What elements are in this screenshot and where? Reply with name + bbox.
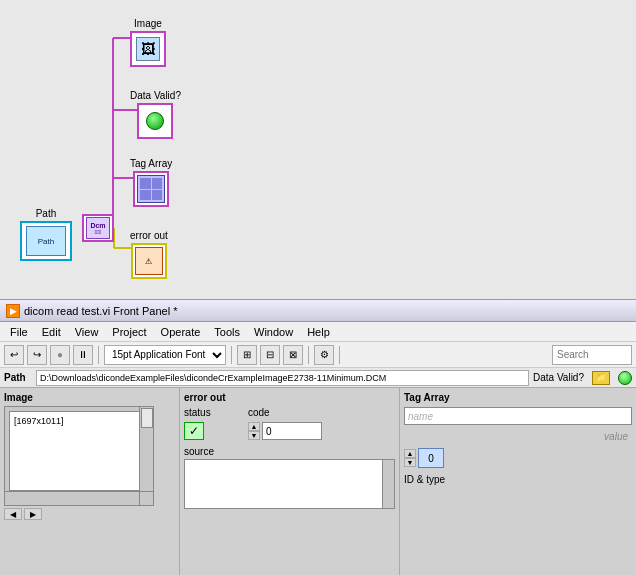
diagram-area: Image 🖼 Data Valid? Tag Array Path Path …	[0, 0, 636, 300]
toolbar-sep1	[98, 346, 99, 364]
node-datavalid-box[interactable]	[137, 103, 173, 139]
name-placeholder: name	[408, 411, 433, 422]
toolbar-extra-btn[interactable]: ⚙	[314, 345, 334, 365]
data-valid-led	[618, 371, 632, 385]
node-dcm: Dcm ≡≡	[82, 214, 114, 242]
toolbar-back-btn[interactable]: ↩	[4, 345, 24, 365]
path-label: Path	[4, 372, 32, 383]
search-input[interactable]	[552, 345, 632, 365]
value-up-btn[interactable]: ▲	[404, 449, 416, 458]
node-path-label: Path	[36, 208, 57, 219]
image-icon: 🖼	[136, 37, 160, 61]
image-section: Image [1697x1011] ◀ ▶	[0, 388, 180, 575]
scroll-left-btn[interactable]: ◀	[4, 508, 22, 520]
image-panel-title: Image	[4, 392, 175, 403]
code-value[interactable]: 0	[262, 422, 322, 440]
menu-file[interactable]: File	[4, 325, 34, 339]
node-path-box[interactable]: Path	[20, 221, 72, 261]
toolbar-sep4	[339, 346, 340, 364]
menu-window[interactable]: Window	[248, 325, 299, 339]
code-row: ▲ ▼ 0	[248, 422, 395, 440]
titlebar: ▶ dicom read test.vi Front Panel *	[0, 300, 636, 322]
node-image: Image 🖼	[130, 18, 166, 67]
code-arrows: ▲ ▼	[248, 422, 260, 440]
dcm-icon: Dcm ≡≡	[86, 217, 110, 239]
error-grid: status code ✓ ▲ ▼ 0	[184, 407, 395, 440]
toolbar-sep2	[231, 346, 232, 364]
wire-svg	[0, 0, 636, 300]
node-image-label: Image	[134, 18, 162, 29]
status-label: status	[184, 407, 244, 418]
tagarray-section: Tag Array name value ▲ ▼ 0 ID & type	[400, 388, 636, 575]
error-icon: ⚠	[135, 247, 163, 275]
value-field[interactable]: 0	[418, 448, 444, 468]
toolbar-sep3	[308, 346, 309, 364]
node-tagarray-label: Tag Array	[130, 158, 172, 169]
scroll-right-btn[interactable]: ▶	[24, 508, 42, 520]
image-dims: [1697x1011]	[14, 416, 64, 426]
name-field[interactable]: name	[404, 407, 632, 425]
array-icon	[137, 175, 165, 203]
menubar: File Edit View Project Operate Tools Win…	[0, 322, 636, 342]
node-errorout: error out ⚠	[130, 230, 168, 279]
data-valid-label: Data Valid?	[533, 372, 584, 383]
titlebar-text: dicom read test.vi Front Panel *	[24, 305, 177, 317]
toolbar-dist-btn[interactable]: ⊟	[260, 345, 280, 365]
image-scroll-thumb[interactable]	[141, 408, 153, 428]
toolbar-run-btn[interactable]: ●	[50, 345, 70, 365]
error-section: error out status code ✓ ▲ ▼ 0 source	[180, 388, 400, 575]
image-box-inner: [1697x1011]	[9, 411, 149, 491]
value-down-btn[interactable]: ▼	[404, 458, 416, 467]
node-image-box[interactable]: 🖼	[130, 31, 166, 67]
toolbar-pause-btn[interactable]: ⏸	[73, 345, 93, 365]
toolbar-search-area	[552, 345, 632, 365]
toolbar-fwd-btn[interactable]: ↪	[27, 345, 47, 365]
path-value[interactable]: D:\Downloads\dicondeExampleFiles\diconde…	[36, 370, 529, 386]
node-datavalid-label: Data Valid?	[130, 90, 181, 101]
folder-icon[interactable]: 📁	[592, 371, 610, 385]
image-box: [1697x1011]	[4, 406, 154, 506]
source-label: source	[184, 446, 395, 457]
menu-project[interactable]: Project	[106, 325, 152, 339]
menu-tools[interactable]: Tools	[208, 325, 246, 339]
tagarray-title: Tag Array	[404, 392, 632, 403]
vi-icon: ▶	[6, 304, 20, 318]
menu-edit[interactable]: Edit	[36, 325, 67, 339]
menu-operate[interactable]: Operate	[155, 325, 207, 339]
code-label: code	[248, 407, 395, 418]
toolbar-align-btn[interactable]: ⊞	[237, 345, 257, 365]
node-errorout-label: error out	[130, 230, 168, 241]
toolbar: ↩ ↪ ● ⏸ 15pt Application Font ⊞ ⊟ ⊠ ⚙	[0, 342, 636, 368]
code-up-btn[interactable]: ▲	[248, 422, 260, 431]
image-scroll-h[interactable]	[5, 491, 139, 505]
value-label: value	[404, 431, 632, 442]
scroll-corner	[139, 491, 153, 505]
menu-view[interactable]: View	[69, 325, 105, 339]
panel-grid: Image [1697x1011] ◀ ▶ error out statu	[0, 388, 636, 575]
node-tagarray: Tag Array	[130, 158, 172, 207]
pathbar: Path D:\Downloads\dicondeExampleFiles\di…	[0, 368, 636, 388]
value-arrows: ▲ ▼	[404, 449, 416, 467]
font-selector[interactable]: 15pt Application Font	[104, 345, 226, 365]
image-scroll-arrows: ◀ ▶	[4, 508, 175, 520]
path-icon: Path	[26, 226, 66, 256]
node-datavalid: Data Valid?	[130, 90, 181, 139]
value-row: ▲ ▼ 0	[404, 448, 632, 468]
node-path: Path Path	[20, 208, 72, 261]
error-source-area: source	[184, 446, 395, 509]
source-scroll[interactable]	[382, 460, 394, 508]
value-label-row: value	[404, 431, 632, 442]
led-icon	[146, 112, 164, 130]
frontpanel: Path D:\Downloads\dicondeExampleFiles\di…	[0, 368, 636, 575]
code-down-btn[interactable]: ▼	[248, 431, 260, 440]
source-box[interactable]	[184, 459, 395, 509]
node-tagarray-box[interactable]	[133, 171, 169, 207]
toolbar-resize-btn[interactable]: ⊠	[283, 345, 303, 365]
node-dcm-box[interactable]: Dcm ≡≡	[82, 214, 114, 242]
node-errorout-box[interactable]: ⚠	[131, 243, 167, 279]
id-type-label: ID & type	[404, 474, 632, 485]
menu-help[interactable]: Help	[301, 325, 336, 339]
error-title: error out	[184, 392, 395, 403]
status-icon: ✓	[184, 422, 204, 440]
